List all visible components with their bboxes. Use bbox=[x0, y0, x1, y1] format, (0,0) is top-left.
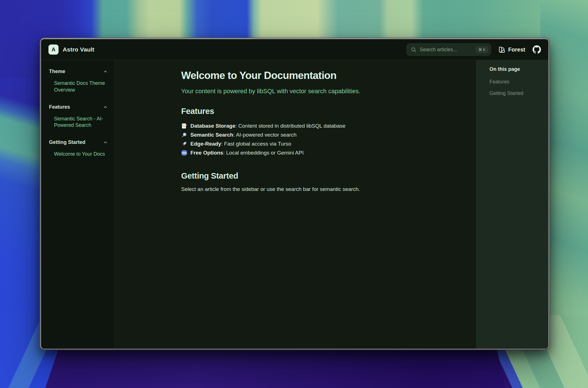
search-bar[interactable]: ⌘ K bbox=[407, 43, 491, 56]
search-icon bbox=[411, 47, 416, 52]
github-link[interactable] bbox=[533, 45, 541, 54]
theme-selector-button[interactable]: Forest bbox=[498, 46, 525, 53]
sidebar-section-features: Features Semantic Search - AI-Powered Se… bbox=[49, 104, 108, 129]
list-item: Semantic Search: AI-powered vector searc… bbox=[181, 130, 414, 139]
app-logo-letter: A bbox=[52, 46, 55, 53]
getting-started-heading: Getting Started bbox=[181, 171, 414, 181]
header-bar: A Astro Vault ⌘ K Forest bbox=[41, 39, 548, 60]
feature-text: Edge-Ready: Fast global access via Turso bbox=[190, 141, 291, 147]
feature-text: Free Options: Local embeddings or Gemini… bbox=[190, 150, 304, 156]
sidebar-section-theme: Theme Semantic Docs Theme Overview bbox=[49, 69, 108, 94]
sidebar-section-header-getting-started[interactable]: Getting Started bbox=[49, 139, 108, 145]
sidebar-item-semantic-search[interactable]: Semantic Search - AI-Powered Search bbox=[49, 116, 108, 129]
free-emoji-icon: FREE bbox=[181, 150, 187, 156]
app-window: A Astro Vault ⌘ K Forest bbox=[40, 38, 550, 350]
sidebar-nav: Theme Semantic Docs Theme Overview Featu… bbox=[41, 60, 115, 349]
sidebar-section-header-theme[interactable]: Theme bbox=[49, 69, 108, 74]
search-input[interactable] bbox=[419, 46, 473, 53]
search-shortcut-badge: ⌘ K bbox=[476, 46, 488, 53]
list-item: Edge-Ready: Fast global access via Turso bbox=[181, 139, 414, 148]
getting-started-text: Select an article from the sidebar or us… bbox=[181, 186, 414, 192]
feature-text: Semantic Search: AI-powered vector searc… bbox=[190, 132, 297, 138]
memo-emoji-icon bbox=[181, 123, 187, 129]
sidebar-section-label: Features bbox=[49, 104, 70, 110]
magnifier-emoji-icon bbox=[181, 132, 187, 138]
sidebar-item-welcome-to-your-docs[interactable]: Welcome to Your Docs bbox=[49, 151, 108, 158]
sidebar-section-header-features[interactable]: Features bbox=[49, 104, 108, 110]
main-content: Welcome to Your Documentation Your conte… bbox=[115, 60, 476, 349]
on-this-page-panel: On this page Features Getting Started bbox=[476, 60, 548, 349]
github-icon bbox=[533, 45, 541, 54]
features-heading: Features bbox=[181, 107, 414, 116]
toc-link-getting-started[interactable]: Getting Started bbox=[489, 90, 543, 96]
app-logo[interactable]: A bbox=[48, 45, 59, 55]
header-actions: ⌘ K Forest bbox=[407, 43, 541, 56]
list-item: FREE Free Options: Local embeddings or G… bbox=[181, 148, 414, 157]
swatch-book-icon bbox=[498, 46, 505, 53]
toc-link-features[interactable]: Features bbox=[489, 79, 543, 85]
article: Welcome to Your Documentation Your conte… bbox=[181, 70, 414, 192]
chevron-up-icon[interactable] bbox=[103, 140, 108, 145]
feature-text: Database Storage: Content stored in dist… bbox=[190, 123, 346, 129]
sidebar-section-getting-started: Getting Started Welcome to Your Docs bbox=[49, 139, 108, 158]
chevron-up-icon[interactable] bbox=[103, 69, 108, 74]
sidebar-section-label: Getting Started bbox=[49, 139, 85, 145]
intro-text: Your content is powered by libSQL with v… bbox=[181, 88, 414, 95]
svg-text:FREE: FREE bbox=[181, 152, 187, 154]
sidebar-section-label: Theme bbox=[49, 69, 65, 74]
toc-heading: On this page bbox=[489, 66, 543, 72]
features-list: Database Storage: Content stored in dist… bbox=[181, 121, 414, 157]
rocket-emoji-icon bbox=[181, 141, 187, 147]
page-title: Welcome to Your Documentation bbox=[181, 70, 414, 81]
list-item: Database Storage: Content stored in dist… bbox=[181, 121, 414, 130]
app-title[interactable]: Astro Vault bbox=[63, 46, 94, 53]
sidebar-item-semantic-docs-theme-overview[interactable]: Semantic Docs Theme Overview bbox=[49, 80, 108, 94]
chevron-up-icon[interactable] bbox=[103, 105, 108, 109]
theme-name-label: Forest bbox=[508, 46, 525, 53]
window-body: Theme Semantic Docs Theme Overview Featu… bbox=[41, 60, 548, 349]
